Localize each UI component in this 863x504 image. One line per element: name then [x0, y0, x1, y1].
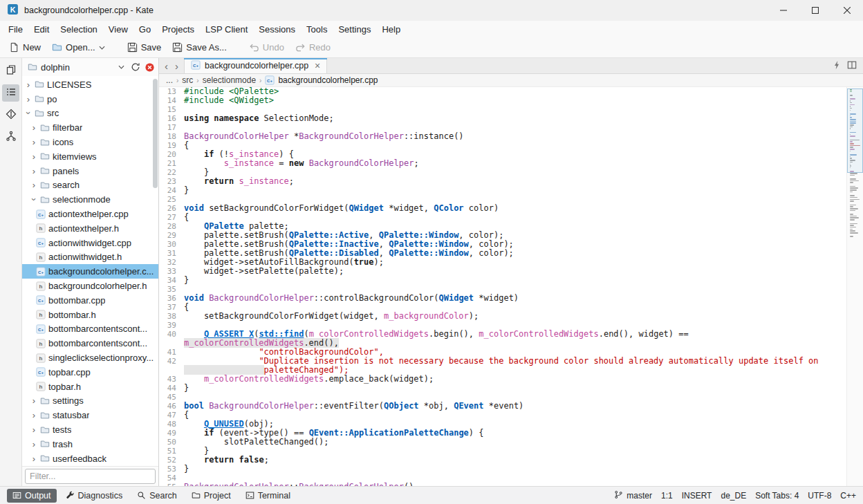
code-line[interactable]: 33 widget->setPalette(palette);	[159, 267, 846, 276]
expander-icon[interactable]: ›	[29, 196, 39, 203]
input-mode-indicator[interactable]: INSERT	[682, 491, 712, 501]
code-line[interactable]: 14#include <QWidget>	[159, 96, 846, 105]
expander-icon[interactable]: ›	[30, 424, 37, 435]
filter-input[interactable]	[25, 469, 156, 484]
code-line[interactable]: 38 setBackgroundColorForWidget(widget, m…	[159, 312, 846, 321]
tree-item[interactable]: C+actionwithwidget.cpp	[22, 236, 158, 250]
dictionary-indicator[interactable]: de_DE	[721, 491, 746, 501]
expander-icon[interactable]: ›	[30, 410, 37, 420]
menu-edit[interactable]: Edit	[28, 22, 55, 37]
expander-icon[interactable]: ›	[25, 80, 32, 90]
code-line[interactable]: 21 s_instance = new BackgroundColorHelpe…	[159, 159, 846, 168]
minimap-viewport[interactable]	[847, 88, 863, 173]
code-line[interactable]: 53}	[159, 465, 846, 474]
expander-icon[interactable]: ›	[30, 454, 37, 464]
maximize-button[interactable]	[799, 0, 831, 21]
code-line[interactable]: 36void BackgroundColorHelper::controlBac…	[159, 294, 846, 303]
code-line[interactable]: 46bool BackgroundColorHelper::eventFilte…	[159, 402, 846, 411]
tree-item[interactable]: hbottombarcontentscont...	[22, 336, 158, 351]
code-line[interactable]: 16using namespace SelectionMode;	[159, 114, 846, 123]
code-line[interactable]: 43 m_colorControlledWidgets.emplace_back…	[159, 375, 846, 384]
menu-lsp-client[interactable]: LSP Client	[200, 22, 253, 37]
terminal-button[interactable]: Terminal	[240, 489, 296, 503]
output-button[interactable]: Output	[7, 489, 57, 503]
code-line[interactable]: 34}	[159, 276, 846, 285]
tab-backgroundcolorhelper[interactable]: C+ backgroundcolorhelper.cpp ×	[184, 58, 327, 73]
tree-item[interactable]: hactionwithwidget.h	[22, 250, 158, 265]
nav-forward-icon[interactable]: ›	[175, 60, 178, 72]
breadcrumb-segment[interactable]: ...	[166, 75, 173, 85]
tree-item[interactable]: ›kitemviews	[22, 149, 158, 164]
code-line[interactable]: 23 return s_instance;	[159, 177, 846, 186]
tree-item[interactable]: hactiontexthelper.h	[22, 221, 158, 236]
expander-icon[interactable]: ›	[30, 395, 37, 406]
project-selector[interactable]: dolphin	[26, 61, 127, 74]
code-line[interactable]: 55BackgroundColorHelper::BackgroundColor…	[159, 483, 846, 486]
menu-help[interactable]: Help	[376, 22, 406, 37]
code-line[interactable]: 24}	[159, 186, 846, 195]
symbols-toolview-button[interactable]	[2, 129, 19, 146]
menu-view[interactable]: View	[103, 22, 133, 37]
code-line[interactable]: 50 slotPaletteChanged();	[159, 438, 846, 447]
tree-item[interactable]: C+topbar.cpp	[22, 365, 158, 380]
refresh-icon[interactable]	[131, 62, 140, 72]
menu-tools[interactable]: Tools	[301, 22, 333, 37]
tree-item[interactable]: ›panels	[22, 164, 158, 178]
tree-item[interactable]: C+bottombarcontentscont...	[22, 322, 158, 337]
tree-item[interactable]: ›tests	[22, 422, 158, 437]
expander-icon[interactable]: ›	[30, 122, 37, 133]
tree-item[interactable]: ›po	[22, 92, 158, 106]
menu-go[interactable]: Go	[133, 22, 156, 37]
nav-back-icon[interactable]: ‹	[165, 60, 168, 72]
highlight-mode-indicator[interactable]: C++	[840, 491, 856, 501]
tree-item[interactable]: C+bottombar.cpp	[22, 293, 158, 308]
new-button[interactable]: New	[4, 39, 46, 55]
tree-item[interactable]: ›search	[22, 178, 158, 193]
expander-icon[interactable]: ›	[30, 180, 37, 190]
breadcrumb-file[interactable]: backgroundcolorhelper.cpp	[278, 75, 378, 85]
tree-scrollbar[interactable]	[153, 79, 158, 188]
expander-icon[interactable]: ›	[24, 110, 34, 117]
save-button[interactable]: Save	[122, 39, 167, 55]
menu-file[interactable]: File	[3, 22, 28, 37]
project-button[interactable]: Project	[186, 489, 236, 503]
expander-icon[interactable]: ›	[25, 94, 32, 104]
tree-item[interactable]: ›selectionmode	[22, 192, 158, 207]
open-button[interactable]: Open...	[47, 39, 110, 55]
git-branch-indicator[interactable]: master	[614, 490, 652, 501]
search-button[interactable]: Search	[131, 489, 183, 503]
expander-icon[interactable]: ›	[30, 151, 37, 162]
menu-settings[interactable]: Settings	[333, 22, 376, 37]
minimize-button[interactable]	[768, 0, 799, 21]
tree-item[interactable]: hsingleclickselectionproxy...	[22, 351, 158, 365]
tree-item[interactable]: hbottombar.h	[22, 308, 158, 322]
tab-close-icon[interactable]: ×	[315, 61, 320, 71]
tree-item[interactable]: ›trash	[22, 437, 158, 451]
tree-item[interactable]: ›settings	[22, 394, 158, 409]
diagnostics-button[interactable]: Diagnostics	[60, 489, 129, 503]
quick-open-icon[interactable]	[833, 60, 840, 72]
tree-item[interactable]: hbackgroundcolorhelper.h	[22, 279, 158, 293]
tree-item[interactable]: C+backgroundcolorhelper.c...	[22, 264, 158, 279]
tree-item[interactable]: htopbar.h	[22, 380, 158, 394]
breadcrumb-segment[interactable]: src	[182, 75, 193, 85]
menu-sessions[interactable]: Sessions	[253, 22, 301, 37]
expander-icon[interactable]: ›	[30, 166, 37, 176]
menu-projects[interactable]: Projects	[156, 22, 200, 37]
encoding-indicator[interactable]: UTF-8	[808, 491, 831, 501]
code-line[interactable]: 26void setBackgroundColorForWidget(QWidg…	[159, 204, 846, 213]
code-line[interactable]: 52 return false;	[159, 456, 846, 465]
tree-item[interactable]: ›userfeedback	[22, 451, 158, 466]
tree-item[interactable]: ›filterbar	[22, 120, 158, 135]
code-line[interactable]: 44}	[159, 384, 846, 393]
split-view-icon[interactable]	[847, 60, 857, 72]
documents-toolview-button[interactable]	[2, 62, 19, 80]
menu-selection[interactable]: Selection	[55, 22, 102, 37]
close-button[interactable]	[831, 0, 863, 21]
tree-item[interactable]: ›src	[22, 106, 158, 121]
minimap-scrollbar[interactable]	[846, 87, 863, 486]
expander-icon[interactable]: ›	[30, 439, 37, 449]
projects-toolview-button[interactable]	[2, 84, 19, 102]
expander-icon[interactable]: ›	[30, 137, 37, 147]
tab-mode-indicator[interactable]: Soft Tabs: 4	[755, 491, 799, 501]
